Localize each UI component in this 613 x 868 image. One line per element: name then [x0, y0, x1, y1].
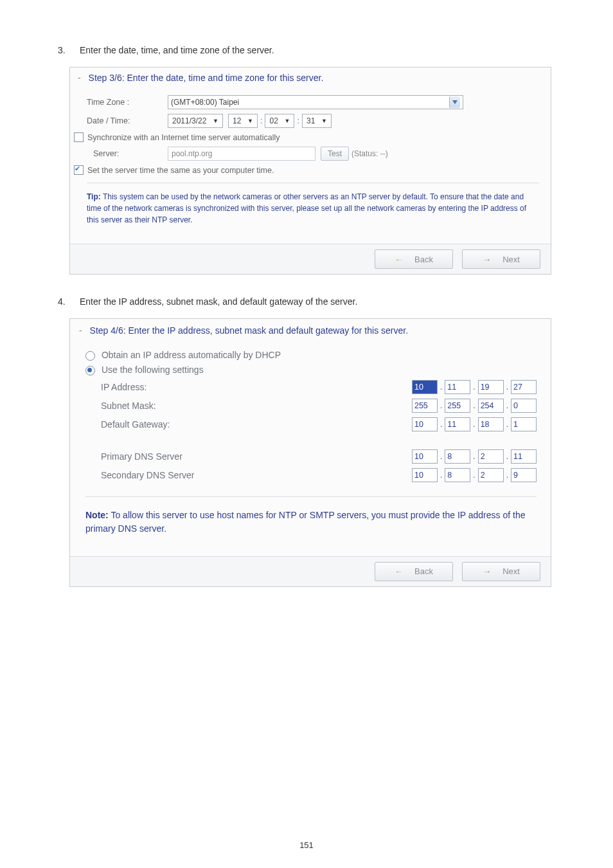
dot: .: [473, 420, 475, 429]
dns2-octet-4[interactable]: [511, 468, 537, 482]
mask-octet-3[interactable]: [478, 399, 504, 413]
minute-value: 02: [269, 116, 278, 125]
date-select[interactable]: 2011/3/22 ▼: [168, 114, 223, 128]
arrow-left-icon: ←: [395, 566, 403, 576]
timezone-label: Time Zone :: [87, 98, 168, 107]
hour-select[interactable]: 12 ▼: [228, 114, 258, 128]
dot: .: [473, 383, 475, 392]
dhcp-option[interactable]: Obtain an IP address automatically by DH…: [85, 350, 537, 361]
back-label: Back: [414, 566, 433, 576]
arrow-left-icon: ←: [395, 255, 403, 264]
time-sep: :: [297, 116, 299, 125]
chevron-down-icon: [449, 96, 460, 108]
sameas-label: Set the server time the same as your com…: [87, 166, 274, 175]
ip-octet-2[interactable]: [445, 380, 470, 394]
mask-octet-1[interactable]: [412, 399, 438, 413]
caret-down-icon: ▼: [247, 118, 253, 124]
dns1-octet-3[interactable]: [478, 449, 504, 464]
sync-checkbox[interactable]: [74, 132, 84, 142]
static-label: Use the following settings: [102, 365, 204, 375]
second-value: 31: [306, 116, 315, 125]
dot: .: [473, 471, 475, 480]
hour-value: 12: [233, 116, 241, 125]
dot: .: [440, 420, 442, 429]
step3-panel: - Step 3/6: Enter the date, time and tim…: [69, 67, 551, 275]
second-select[interactable]: 31 ▼: [302, 114, 332, 128]
dot: .: [473, 401, 475, 410]
mask-octet-4[interactable]: [511, 399, 537, 413]
next-button[interactable]: → Next: [462, 562, 540, 581]
step3-instruction: 3. Enter the date, time, and time zone o…: [58, 45, 551, 55]
note-text: To allow this server to use host names f…: [85, 510, 525, 534]
dot: .: [440, 452, 442, 461]
dns2-input-group: . . .: [412, 468, 537, 482]
back-button[interactable]: ← Back: [375, 562, 453, 581]
ip-input-group: . . .: [412, 380, 537, 394]
dns2-octet-2[interactable]: [445, 468, 470, 482]
dns1-octet-4[interactable]: [511, 449, 537, 464]
mask-label: Subnet Mask:: [101, 401, 156, 411]
dot: .: [440, 401, 442, 410]
caret-down-icon: ▼: [285, 118, 290, 124]
step4-number: 4.: [58, 296, 77, 307]
gw-octet-1[interactable]: [412, 417, 438, 431]
step4-title-row: - Step 4/6: Enter the IP address, subnet…: [70, 319, 551, 342]
back-button[interactable]: ← Back: [375, 249, 453, 269]
step3-number: 3.: [58, 45, 77, 55]
dot: .: [473, 452, 475, 461]
dot: .: [440, 383, 442, 392]
dhcp-label: Obtain an IP address automatically by DH…: [102, 350, 281, 360]
dns1-octet-2[interactable]: [445, 449, 470, 464]
gw-label: Default Gateway:: [101, 419, 170, 429]
step3-title: Step 3/6: Enter the date, time and time …: [89, 73, 324, 83]
ip-octet-1[interactable]: [412, 380, 438, 394]
mask-octet-2[interactable]: [445, 399, 470, 413]
tip-block: Tip: This system can be used by the netw…: [87, 191, 539, 235]
server-label: Server:: [93, 149, 168, 158]
dot: .: [506, 383, 508, 392]
step4-instruction: 4. Enter the IP address, subnet mask, an…: [58, 296, 551, 307]
gw-input-group: . . .: [412, 417, 537, 431]
step4-text: Enter the IP address, subnet mask, and d…: [80, 296, 357, 307]
server-input[interactable]: [168, 147, 315, 161]
gw-octet-3[interactable]: [478, 417, 504, 431]
date-value: 2011/3/22: [172, 116, 206, 125]
ip-octet-3[interactable]: [478, 380, 504, 394]
step4-panel: - Step 4/6: Enter the IP address, subnet…: [69, 318, 551, 587]
minute-select[interactable]: 02 ▼: [265, 114, 294, 128]
next-button[interactable]: → Next: [462, 249, 540, 269]
static-option[interactable]: Use the following settings: [85, 365, 537, 375]
tip-text: This system can be used by the network c…: [87, 192, 526, 224]
next-label: Next: [502, 566, 520, 576]
dns2-octet-3[interactable]: [478, 468, 504, 482]
ip-octet-4[interactable]: [511, 380, 537, 394]
test-button[interactable]: Test: [321, 147, 349, 161]
caret-down-icon: ▼: [321, 118, 327, 124]
datetime-label: Date / Time:: [87, 116, 168, 125]
tip-label: Tip:: [87, 192, 101, 201]
arrow-right-icon: →: [483, 566, 491, 576]
back-label: Back: [414, 255, 433, 264]
radio-dhcp[interactable]: [85, 351, 95, 361]
mask-input-group: . . .: [412, 399, 537, 413]
ip-label: IP Address:: [101, 382, 147, 392]
time-sep: :: [260, 116, 262, 125]
gw-octet-2[interactable]: [445, 417, 470, 431]
note-label: Note:: [85, 510, 109, 520]
timezone-value: (GMT+08:00) Taipei: [171, 98, 239, 107]
gw-octet-4[interactable]: [511, 417, 537, 431]
step4-title: Step 4/6: Enter the IP address, subnet m…: [90, 325, 408, 336]
server-status: (Status: --): [351, 149, 388, 158]
sameas-checkbox[interactable]: [74, 165, 84, 175]
dot: .: [506, 401, 508, 410]
radio-static[interactable]: [85, 366, 95, 375]
note-block: Note: To allow this server to use host n…: [85, 505, 537, 548]
step3-nav: ← Back → Next: [70, 244, 551, 274]
dns2-octet-1[interactable]: [412, 468, 438, 482]
dns1-label: Primary DNS Server: [101, 451, 182, 462]
dns1-input-group: . . .: [412, 449, 537, 464]
dns1-octet-1[interactable]: [412, 449, 438, 464]
timezone-select[interactable]: (GMT+08:00) Taipei: [168, 95, 463, 109]
dash-icon: -: [78, 73, 81, 83]
caret-down-icon: ▼: [213, 118, 218, 124]
